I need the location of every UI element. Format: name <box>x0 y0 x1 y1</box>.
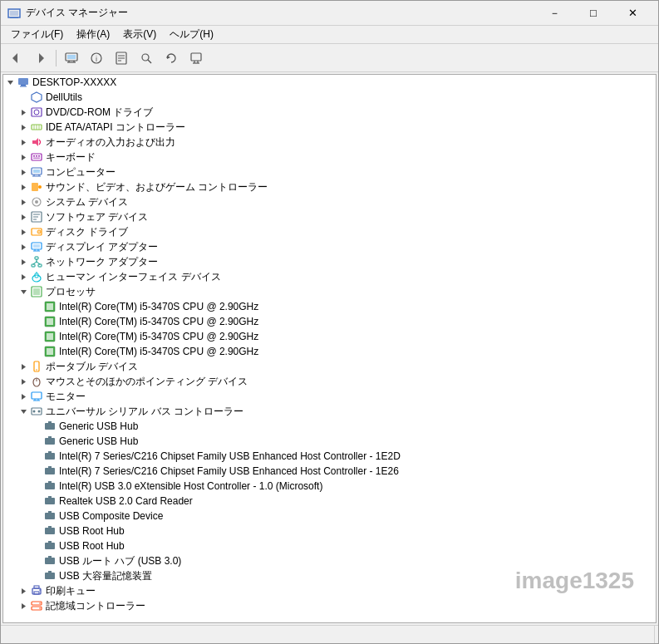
tree-item-usb[interactable]: ユニバーサル シリアル バス コントローラー <box>3 404 656 419</box>
svg-rect-73 <box>32 264 35 267</box>
menu-view[interactable]: 表示(V) <box>116 26 163 43</box>
forward-button[interactable] <box>29 47 52 70</box>
tree-item-monitor[interactable]: モニター <box>3 389 656 404</box>
expand-icon-mouse[interactable] <box>17 375 30 388</box>
tree-item-disk[interactable]: ディスク ドライブ <box>3 224 656 239</box>
device-tree[interactable]: DESKTOP-XXXXXDellUtilsDVD/CD-ROM ドライブIDE… <box>2 74 657 623</box>
expand-icon-cpu2 <box>30 315 43 328</box>
menu-file[interactable]: ファイル(F) <box>4 26 70 43</box>
svg-marker-99 <box>22 394 26 400</box>
tree-item-root[interactable]: DESKTOP-XXXXX <box>3 75 656 90</box>
tree-item-usb-intel3[interactable]: Intel(R) USB 3.0 eXtensible Host Control… <box>3 479 656 494</box>
scan-button[interactable] <box>135 47 158 70</box>
tree-item-hid[interactable]: ヒューマン インターフェイス デバイス <box>3 269 656 284</box>
expand-icon-usb-mass <box>30 569 43 583</box>
tree-item-dellutils[interactable]: DellUtils <box>3 90 656 105</box>
svg-rect-92 <box>47 348 53 355</box>
item-label-dellutils: DellUtils <box>46 91 82 103</box>
tree-item-usb-root1[interactable]: USB Root Hub <box>3 524 656 538</box>
expand-icon-monitor[interactable] <box>17 390 30 403</box>
tree-item-audio[interactable]: オーディオの入力および出力 <box>3 135 656 150</box>
svg-rect-112 <box>45 453 55 460</box>
expand-icon-network[interactable] <box>17 255 30 268</box>
tree-item-usb-composite[interactable]: USB Composite Device <box>3 509 656 524</box>
expand-icon-audio[interactable] <box>17 135 30 149</box>
tree-item-usb-realtek[interactable]: Realtek USB 2.0 Card Reader <box>3 494 656 509</box>
menu-help[interactable]: ヘルプ(H) <box>163 26 220 43</box>
item-icon-cpu2 <box>43 315 57 328</box>
expand-icon-disk[interactable] <box>17 225 30 238</box>
svg-rect-109 <box>48 421 52 424</box>
expand-icon-root[interactable] <box>3 76 17 89</box>
svg-rect-19 <box>191 53 201 61</box>
tree-item-usb-mass[interactable]: USB 大容量記憶装置 <box>3 568 656 583</box>
tree-item-usb-root2[interactable]: USB Root Hub <box>3 538 656 553</box>
item-label-usb-mass: USB 大容量記憶装置 <box>59 569 152 583</box>
svg-rect-25 <box>21 85 26 86</box>
tree-item-keyboard[interactable]: キーボード <box>3 150 656 165</box>
expand-icon-ide[interactable] <box>17 120 30 134</box>
item-label-usb-composite: USB Composite Device <box>59 510 163 522</box>
back-button[interactable] <box>4 47 27 70</box>
tree-item-cpu1[interactable]: Intel(R) Core(TM) i5-3470S CPU @ 2.90GHz <box>3 299 656 314</box>
tree-item-portable[interactable]: ポータブル デバイス <box>3 359 656 374</box>
expand-icon-keyboard[interactable] <box>17 150 30 164</box>
expand-icon-processor[interactable] <box>17 285 30 298</box>
menu-action[interactable]: 操作(A) <box>70 26 116 43</box>
tree-item-sound[interactable]: サウンド、ビデオ、およびゲーム コントローラー <box>3 179 656 194</box>
update-button[interactable] <box>160 47 183 70</box>
expand-icon-system[interactable] <box>17 195 30 209</box>
expand-icon-dvd[interactable] <box>17 106 30 119</box>
expand-icon-usb-hub2 <box>30 435 43 448</box>
expand-icon-storage[interactable] <box>17 599 30 612</box>
props-button[interactable] <box>110 47 133 70</box>
expand-icon-computer[interactable] <box>17 165 30 179</box>
item-icon-sound <box>30 180 43 194</box>
expand-icon-hid[interactable] <box>17 270 30 283</box>
minimize-button[interactable]: － <box>535 1 573 26</box>
computer-view-button[interactable] <box>60 47 83 70</box>
svg-marker-96 <box>22 379 26 385</box>
item-label-computer: コンピューター <box>46 165 116 179</box>
expand-icon-display[interactable] <box>17 240 30 253</box>
tree-item-usb-intel2[interactable]: Intel(R) 7 Series/C216 Chipset Family US… <box>3 464 656 479</box>
svg-rect-42 <box>38 155 40 157</box>
tree-item-ide[interactable]: IDE ATA/ATAPI コントローラー <box>3 120 656 135</box>
item-label-usb-root1: USB Root Hub <box>59 525 125 537</box>
svg-rect-113 <box>48 451 52 454</box>
svg-rect-40 <box>33 155 35 157</box>
expand-icon-software[interactable] <box>17 210 30 224</box>
tree-item-cpu4[interactable]: Intel(R) Core(TM) i5-3470S CPU @ 2.90GHz <box>3 344 656 359</box>
expand-icon-usb[interactable] <box>17 405 30 418</box>
svg-marker-78 <box>22 274 26 280</box>
info-button[interactable]: i <box>85 47 108 70</box>
tree-item-usb-hub2[interactable]: Generic USB Hub <box>3 434 656 449</box>
maximize-button[interactable]: □ <box>574 1 612 26</box>
expand-icon-sound[interactable] <box>17 180 30 194</box>
tree-item-mouse[interactable]: マウスとそのほかのポインティング デバイス <box>3 374 656 389</box>
tree-item-software[interactable]: ソフトウェア デバイス <box>3 209 656 224</box>
tree-item-network[interactable]: ネットワーク アダプター <box>3 254 656 269</box>
svg-rect-72 <box>35 257 38 259</box>
tree-item-system[interactable]: システム デバイス <box>3 194 656 209</box>
item-icon-cpu3 <box>43 330 57 343</box>
svg-point-64 <box>38 231 39 232</box>
expand-icon-print[interactable] <box>17 584 30 597</box>
tree-item-cpu2[interactable]: Intel(R) Core(TM) i5-3470S CPU @ 2.90GHz <box>3 314 656 329</box>
monitor-button[interactable] <box>184 47 208 70</box>
svg-marker-65 <box>22 244 26 250</box>
tree-item-cpu3[interactable]: Intel(R) Core(TM) i5-3470S CPU @ 2.90GHz <box>3 329 656 344</box>
tree-item-display[interactable]: ディスプレイ アダプター <box>3 239 656 254</box>
item-label-usb-root2: USB Root Hub <box>59 540 125 552</box>
expand-icon-portable[interactable] <box>17 360 30 373</box>
item-icon-usb-root2 <box>43 539 57 553</box>
tree-item-usb-intel1[interactable]: Intel(R) 7 Series/C216 Chipset Family US… <box>3 449 656 464</box>
tree-item-storage[interactable]: 記憶域コントローラー <box>3 598 656 613</box>
close-button[interactable]: ✕ <box>613 1 652 26</box>
tree-item-usb-hub1[interactable]: Generic USB Hub <box>3 419 656 434</box>
tree-item-processor[interactable]: プロセッサ <box>3 284 656 299</box>
tree-item-usb-root3[interactable]: USB ルート ハブ (USB 3.0) <box>3 553 656 568</box>
tree-item-dvd[interactable]: DVD/CD-ROM ドライブ <box>3 105 656 120</box>
tree-item-print[interactable]: 印刷キュー <box>3 583 656 598</box>
tree-item-computer[interactable]: コンピューター <box>3 165 656 179</box>
